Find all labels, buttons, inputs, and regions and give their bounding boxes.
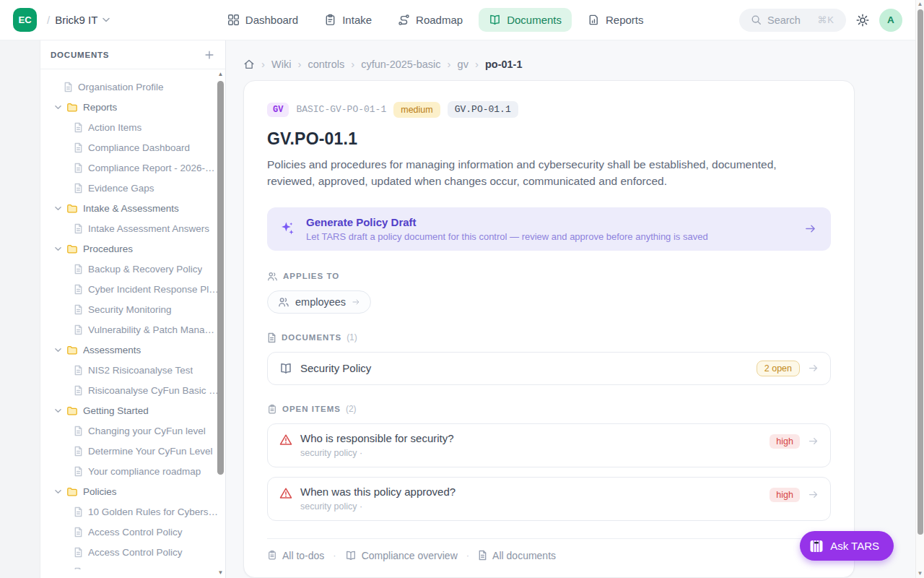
priority-badge: high [770, 488, 800, 502]
open-item-body: When was this policy approved? security … [300, 486, 762, 512]
breadcrumb-item[interactable]: › cyfun-2025-basic [351, 58, 440, 70]
tree-item[interactable]: Procedures [40, 238, 225, 259]
file-icon [74, 304, 83, 315]
all-documents-link[interactable]: All documents [478, 550, 556, 561]
sidebar-scrollbar-thumb[interactable] [217, 81, 224, 475]
chevron-down-icon [55, 246, 61, 251]
tree-item[interactable]: Cyber Incident Response Pl… [40, 279, 225, 299]
tree-item[interactable]: Access Control Policy [40, 522, 225, 542]
sidebar-title: DOCUMENTS [51, 51, 109, 59]
control-description: Policies and procedures for managing inf… [267, 156, 823, 190]
ask-tars-label: Ask TARS [830, 540, 879, 552]
tree-item[interactable]: Compliance Report - 2026-… [40, 158, 225, 178]
documents-count: (1) [346, 332, 357, 342]
documents-label: DOCUMENTS [282, 333, 341, 342]
breadcrumb-item[interactable]: › gv [448, 58, 468, 70]
document-row[interactable]: Security Policy 2 open [267, 352, 831, 385]
scroll-up-arrow[interactable]: ▲ [217, 71, 225, 78]
tree-item[interactable]: Assessments [40, 340, 225, 360]
all-todos-link[interactable]: All to-dos [267, 550, 324, 561]
nav-reports[interactable]: Reports [578, 8, 654, 32]
document-tree: Organisation Profile Reports [40, 69, 225, 569]
breadcrumb-item[interactable]: › controls [297, 58, 344, 70]
page-scrollbar[interactable]: ▲ ▼ [915, 0, 924, 578]
tree-item[interactable]: Reports [40, 97, 225, 117]
tree-item[interactable]: Action Items [40, 117, 225, 137]
generate-banner-subtitle: Let TARS draft a policy document for thi… [306, 231, 793, 242]
tree-item[interactable]: Evidence Gaps [40, 178, 225, 198]
open-item-row[interactable]: Who is responsible for security? securit… [267, 423, 831, 467]
file-icon [74, 527, 83, 538]
open-item-question: Who is responsible for security? [300, 432, 762, 444]
tree-item[interactable]: NIS2 Risicoanalyse Test [40, 360, 225, 380]
folder-icon [66, 345, 78, 355]
ask-tars-button[interactable]: Ask TARS [800, 531, 894, 561]
nav-documents[interactable]: Documents [479, 8, 572, 32]
tree-item[interactable]: Organisation Profile [40, 77, 225, 97]
tree-item[interactable]: Vulnerability & Patch Mana… [40, 319, 225, 340]
tree-item-label: Procedures [83, 243, 133, 254]
breadcrumb-item[interactable]: › po-01-1 [475, 58, 523, 70]
tree-item-label: NIS2 Risicoanalyse Test [88, 365, 193, 376]
tree-item[interactable]: Determine Your CyFun Level [40, 441, 225, 461]
documents-header: DOCUMENTS (1) [267, 332, 831, 343]
chevron-down-icon [55, 348, 61, 353]
search-input[interactable]: Search ⌘K [739, 9, 846, 32]
tree-item-label: Organisation Profile [78, 82, 164, 92]
compliance-overview-link[interactable]: Compliance overview [345, 550, 458, 561]
file-icon [74, 264, 83, 275]
file-icon [74, 385, 83, 396]
control-card: GV BASIC-GV-PO-01-1 medium GV.PO-01.1 GV… [243, 80, 855, 578]
sidebar-header: DOCUMENTS [40, 40, 225, 69]
tree-item[interactable]: Asset Management Policy [40, 562, 225, 569]
open-item-body: Who is responsible for security? securit… [300, 432, 762, 458]
tree-item[interactable]: Your compliance roadmap [40, 461, 225, 481]
gear-icon[interactable] [856, 14, 869, 27]
tree-item[interactable]: Policies [40, 481, 225, 501]
applies-to-tag[interactable]: employees [267, 290, 371, 314]
page-scrollbar-thumb[interactable] [918, 9, 923, 535]
arrow-right-icon [804, 223, 816, 235]
tree-item[interactable]: Compliance Dashboard [40, 137, 225, 158]
tree-item[interactable]: Security Monitoring [40, 299, 225, 319]
tree-item[interactable]: Getting Started [40, 400, 225, 420]
file-icon [74, 122, 83, 133]
tree-item[interactable]: Access Control Policy [40, 542, 225, 562]
open-item-row[interactable]: When was this policy approved? security … [267, 477, 831, 521]
tree-item-label: 10 Golden Rules for Cyberse… [88, 506, 222, 517]
link-label: All documents [492, 550, 556, 561]
generate-policy-draft-banner[interactable]: Generate Policy Draft Let TARS draft a p… [267, 207, 831, 251]
documents-list: Security Policy 2 open [267, 352, 831, 385]
app-logo[interactable]: EC [13, 8, 37, 32]
tree-item[interactable]: Risicoanalyse CyFun Basic … [40, 380, 225, 400]
sidebar-scrollbar[interactable]: ▲ ▼ [217, 71, 225, 577]
tree-item[interactable]: 10 Golden Rules for Cyberse… [40, 501, 225, 522]
file-icon [74, 223, 83, 234]
file-icon [74, 506, 83, 517]
tars-robot-icon [809, 539, 824, 553]
tree-item[interactable]: Intake & Assessments [40, 198, 225, 218]
workspace-switcher[interactable]: / Brick9 IT [47, 14, 110, 26]
scroll-down-arrow[interactable]: ▼ [916, 569, 924, 578]
scroll-up-arrow[interactable]: ▲ [916, 0, 924, 9]
add-document-button[interactable] [204, 49, 215, 61]
nav-label: Dashboard [245, 14, 298, 26]
tree-item[interactable]: Changing your CyFun level [40, 420, 225, 441]
nav-label: Roadmap [416, 14, 463, 26]
tree-item[interactable]: Backup & Recovery Policy [40, 259, 225, 279]
user-avatar[interactable]: A [879, 9, 902, 32]
home-icon[interactable] [243, 59, 255, 70]
nav-dashboard[interactable]: Dashboard [217, 8, 308, 32]
nav-intake[interactable]: Intake [314, 8, 382, 32]
category-badge: GV [267, 103, 289, 117]
scroll-down-arrow[interactable]: ▼ [217, 569, 225, 577]
open-items-header: OPEN ITEMS (2) [267, 404, 831, 415]
nav-roadmap[interactable]: Roadmap [388, 8, 473, 32]
nav-label: Reports [606, 14, 644, 26]
dashboard-grid-icon [227, 14, 240, 26]
tree-item[interactable]: Intake Assessment Answers [40, 218, 225, 238]
breadcrumb-item[interactable]: › Wiki [261, 58, 291, 70]
breadcrumb-label: po-01-1 [485, 59, 523, 70]
users-icon [278, 296, 289, 308]
folder-icon [66, 203, 78, 214]
